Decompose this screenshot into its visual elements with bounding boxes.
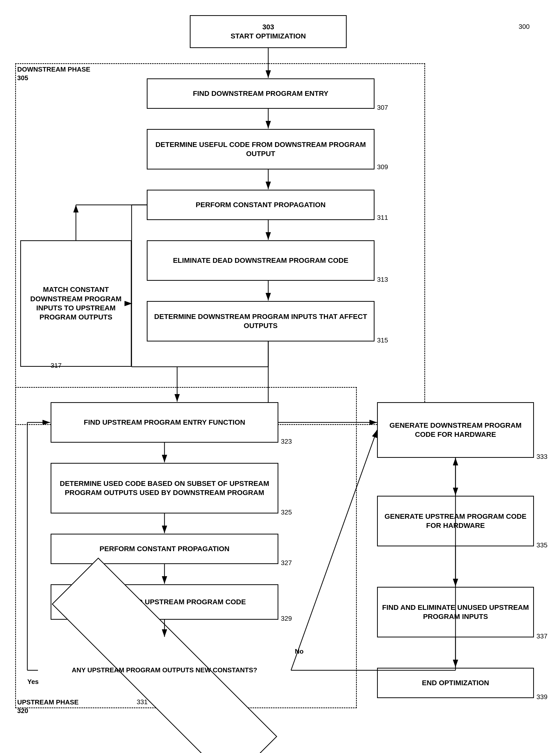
box-335-label: GENERATE UPSTREAM PROGRAM CODE FOR HARDW… <box>381 512 530 530</box>
diamond-text: ANY UPSTREAM PROGRAM OUTPUTS NEW CONSTAN… <box>69 664 260 677</box>
box-317-label: MATCH CONSTANT DOWNSTREAM PROGRAM INPUTS… <box>24 285 128 322</box>
flowchart-container: 300 303START OPTIMIZATION DOWNSTREAM PHA… <box>0 0 560 753</box>
ref-315: 315 <box>377 337 388 344</box>
box-307: FIND DOWNSTREAM PROGRAM ENTRY <box>147 78 375 109</box>
box-339: END OPTIMIZATION <box>377 668 534 698</box>
box-311-label: PERFORM CONSTANT PROPAGATION <box>196 200 325 209</box>
box-325-label: DETERMINE USED CODE BASED ON SUBSET OF U… <box>54 479 275 497</box>
box-327-label: PERFORM CONSTANT PROPAGATION <box>99 544 229 553</box>
ref-327: 327 <box>281 559 292 567</box>
ref-311: 311 <box>377 214 388 222</box>
ref-309: 309 <box>377 163 388 171</box>
box-327: PERFORM CONSTANT PROPAGATION <box>51 534 278 564</box>
box-339-label: END OPTIMIZATION <box>422 678 489 688</box>
start-box: 303START OPTIMIZATION <box>190 15 347 48</box>
box-325: DETERMINE USED CODE BASED ON SUBSET OF U… <box>51 463 278 513</box>
box-337-label: FIND AND ELIMINATE UNUSED UPSTREAM PROGR… <box>381 603 530 622</box>
ref-307: 307 <box>377 104 388 111</box>
yes-label: Yes <box>27 678 39 686</box>
ref-317: 317 <box>51 362 61 369</box>
box-307-label: FIND DOWNSTREAM PROGRAM ENTRY <box>193 89 328 98</box>
start-label: 303START OPTIMIZATION <box>231 22 306 41</box>
ref-325: 325 <box>281 508 292 516</box>
box-333: GENERATE DOWNSTREAM PROGRAM CODE FOR HAR… <box>377 402 534 458</box>
ref-323: 323 <box>281 437 292 445</box>
box-317: MATCH CONSTANT DOWNSTREAM PROGRAM INPUTS… <box>20 240 132 367</box>
box-337: FIND AND ELIMINATE UNUSED UPSTREAM PROGR… <box>377 587 534 637</box>
box-313-label: ELIMINATE DEAD DOWNSTREAM PROGRAM CODE <box>173 256 348 265</box>
box-335: GENERATE UPSTREAM PROGRAM CODE FOR HARDW… <box>377 496 534 546</box>
downstream-phase-label: DOWNSTREAM PHASE305 <box>17 65 90 82</box>
ref-331: 331 <box>137 698 147 706</box>
ref-339: 339 <box>537 693 547 701</box>
diamond-331: ANY UPSTREAM PROGRAM OUTPUTS NEW CONSTAN… <box>38 637 291 703</box>
box-315-label: DETERMINE DOWNSTREAM PROGRAM INPUTS THAT… <box>151 312 371 331</box>
ref-333: 333 <box>537 453 547 461</box>
box-333-label: GENERATE DOWNSTREAM PROGRAM CODE FOR HAR… <box>381 421 530 439</box>
box-323: FIND UPSTREAM PROGRAM ENTRY FUNCTION <box>51 402 278 443</box>
box-313: ELIMINATE DEAD DOWNSTREAM PROGRAM CODE <box>147 240 375 281</box>
box-311: PERFORM CONSTANT PROPAGATION <box>147 190 375 220</box>
box-315: DETERMINE DOWNSTREAM PROGRAM INPUTS THAT… <box>147 301 375 342</box>
box-309-label: DETERMINE USEFUL CODE FROM DOWNSTREAM PR… <box>151 140 371 159</box>
ref-337: 337 <box>537 632 547 640</box>
ref-335: 335 <box>537 541 547 549</box>
box-309: DETERMINE USEFUL CODE FROM DOWNSTREAM PR… <box>147 129 375 169</box>
ref-329: 329 <box>281 615 292 623</box>
box-323-label: FIND UPSTREAM PROGRAM ENTRY FUNCTION <box>84 418 245 427</box>
no-label: No <box>295 648 304 655</box>
ref-313: 313 <box>377 276 388 284</box>
ref-300: 300 <box>519 23 529 30</box>
